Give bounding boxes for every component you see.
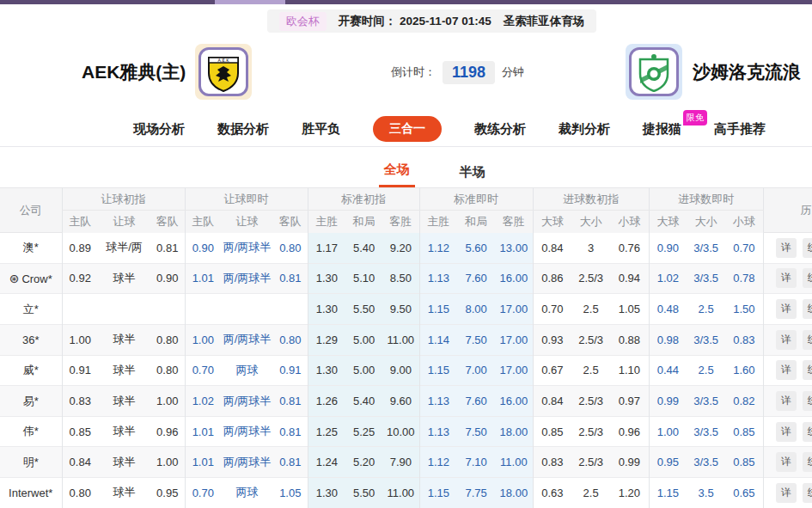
odds-cell: 0.83	[533, 447, 571, 478]
stats-button[interactable]: 统	[803, 268, 812, 288]
odds-cell: 3/3.5	[687, 324, 725, 355]
odds-cell: 球半	[98, 324, 150, 355]
stats-button[interactable]: 统	[803, 360, 812, 380]
nav-tab-5[interactable]: 教练分析	[474, 121, 526, 138]
odds-cell: 两/两球半	[221, 447, 273, 478]
team-header: AEK雅典(主) A.E.K 倒计时： 1198 分钟 沙姆洛克流浪	[0, 33, 812, 112]
subcol-header: 和局	[345, 211, 382, 233]
subcol-header: 大小	[571, 211, 610, 233]
col-history-header: 历史	[763, 188, 812, 233]
company-name: 伟*	[23, 425, 39, 438]
detail-button[interactable]: 详	[776, 268, 797, 288]
odds-cell: 0.80	[62, 478, 98, 508]
odds-cell: 0.89	[62, 233, 98, 264]
company-cell: 伟*	[0, 416, 62, 447]
odds-cell: 1.02	[649, 263, 687, 294]
history-cell: 详统	[763, 263, 812, 294]
odds-cell: 0.83	[725, 324, 763, 355]
company-cell: 明*	[0, 447, 62, 478]
odds-cell: 1.02	[185, 386, 221, 417]
odds-cell: 8.00	[457, 294, 495, 325]
stats-button[interactable]: 统	[803, 452, 812, 472]
odds-cell: 3.5	[687, 478, 725, 508]
table-row: 明*0.84球半1.001.01两/两球半0.811.245.207.901.1…	[0, 447, 812, 478]
nav-tab-3[interactable]: 胜平负	[302, 121, 340, 138]
odds-cell: 两/两球半	[221, 386, 273, 417]
group-header-5: 进球数初指	[533, 188, 649, 211]
odds-cell: 两球	[221, 355, 273, 386]
nav-tab-2[interactable]: 数据分析	[217, 121, 269, 138]
history-cell: 详统	[763, 233, 812, 264]
odds-cell: 0.96	[610, 416, 649, 447]
nav-tab-label: 现场分析	[133, 121, 185, 136]
nav-tab-label: 三合一	[389, 121, 425, 135]
odds-cell: 1.15	[419, 478, 457, 508]
stats-button[interactable]: 统	[803, 391, 812, 411]
company-name: 威*	[23, 364, 39, 376]
odds-cell: 2.5/3	[571, 447, 610, 478]
odds-cell: 0.92	[62, 263, 98, 294]
odds-cell: 0.81	[273, 263, 308, 294]
odds-cell: 0.70	[533, 294, 571, 325]
odds-cell: 0.91	[273, 355, 308, 386]
detail-button[interactable]: 详	[776, 330, 797, 350]
nav-tab-6[interactable]: 裁判分析	[559, 121, 610, 138]
subtab-2[interactable]: 半场	[455, 156, 491, 187]
odds-cell: 球半/两	[98, 233, 150, 264]
odds-cell: 1.01	[185, 447, 221, 478]
nav-tab-8[interactable]: 高手推荐	[714, 121, 766, 138]
odds-cell: 0.76	[610, 233, 649, 264]
odds-cell: 两/两球半	[221, 263, 273, 294]
group-header-4: 标准即时	[419, 188, 533, 211]
group-header-3: 标准初指	[308, 188, 419, 211]
odds-cell: 0.85	[725, 447, 763, 478]
odds-cell: 9.00	[382, 355, 419, 386]
company-cell: 易*	[0, 386, 62, 417]
company-cell: 澳*	[0, 233, 62, 264]
odds-cell: 16.00	[495, 263, 533, 294]
odds-cell: 3	[571, 233, 610, 264]
top-progress-segment	[215, 0, 285, 4]
odds-cell: 0.85	[533, 416, 571, 447]
stats-button[interactable]: 统	[803, 483, 812, 503]
odds-cell: 5.40	[345, 233, 382, 264]
odds-cell: 0.86	[533, 263, 571, 294]
stats-button[interactable]: 统	[803, 238, 812, 258]
odds-cell: 0.80	[150, 324, 185, 355]
detail-button[interactable]: 详	[776, 299, 797, 319]
nav-tab-4[interactable]: 三合一	[373, 116, 442, 142]
odds-cell: 8.50	[382, 263, 419, 294]
odds-cell: 3/3.5	[687, 447, 725, 478]
detail-button[interactable]: 详	[776, 483, 797, 503]
nav-tab-7[interactable]: 捷报猫限免	[643, 121, 681, 138]
odds-cell: 1.00	[150, 386, 185, 417]
history-cell: 详统	[763, 478, 812, 508]
stats-button[interactable]: 统	[803, 299, 812, 319]
subtab-1[interactable]: 全场	[379, 153, 415, 187]
nav-tab-label: 裁判分析	[559, 121, 610, 136]
nav-tab-1[interactable]: 现场分析	[133, 121, 185, 138]
odds-cell: 7.75	[457, 478, 495, 508]
odds-cell: 0.70	[185, 355, 221, 386]
stats-button[interactable]: 统	[803, 422, 812, 442]
stats-button[interactable]: 统	[803, 330, 812, 350]
odds-cell: 1.01	[185, 416, 221, 447]
detail-button[interactable]: 详	[776, 360, 797, 380]
detail-button[interactable]: 详	[776, 238, 797, 258]
odds-cell: 17.00	[495, 294, 533, 325]
odds-cell: 11.00	[382, 478, 419, 508]
odds-cell: 0.70	[725, 233, 763, 264]
odds-cell: 1.50	[725, 294, 763, 325]
odds-cell: 10.00	[382, 416, 419, 447]
detail-button[interactable]: 详	[776, 422, 797, 442]
home-team-name: AEK雅典(主)	[82, 33, 186, 112]
table-row: 易*0.83球半1.001.02两/两球半0.811.265.409.601.1…	[0, 386, 812, 417]
group-header-1: 让球初指	[62, 188, 185, 211]
detail-button[interactable]: 详	[776, 391, 797, 411]
odds-cell: 1.15	[419, 355, 457, 386]
subcol-header: 主胜	[419, 211, 457, 233]
odds-cell	[150, 294, 185, 325]
odds-cell: 2.5	[571, 355, 610, 386]
detail-button[interactable]: 详	[776, 452, 797, 472]
odds-cell: 1.29	[308, 324, 345, 355]
